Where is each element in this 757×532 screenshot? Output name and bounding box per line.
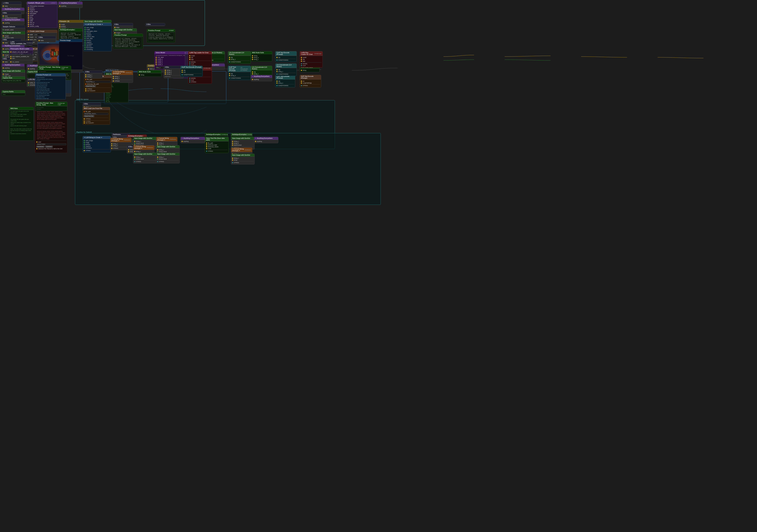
node-llm-bottom-red: llmfatigueExemplar.i Import Pack abstrac…: [35, 107, 67, 153]
svg-rect-4: [51, 49, 55, 51]
node-header-llm-string: ✦ LLM String to Create ✦: [83, 23, 111, 26]
node-clip-top-right: CLIP Text Encode (Prompt) clip text COND…: [180, 66, 203, 76]
fatigue-text-1[interactable]: abstract art drawing, vibrant, colorful,…: [60, 32, 81, 40]
node-header-lfs-pipeline: llmfatigueExemplar.i ComfyLogic: [231, 133, 252, 136]
node-gup-stat: GUP Stat Encode (Orange) src LongPathEdg…: [300, 75, 321, 87]
node-header-lora-tag-2: LoRA Tag Loader for Civai: [188, 51, 212, 54]
node-header-save-1: Save Image with GenOut: [2, 32, 25, 34]
node-header-save-far-bottom: Save Image with GenOut: [231, 137, 255, 140]
node-clip-extreme: CLIP Text Encode (Prompt) clip string_a …: [275, 75, 295, 87]
node-header-caption: Caption Note: [2, 76, 25, 79]
node-header-save-extreme-bottom: Save Image with GenOut: [231, 154, 255, 157]
node-clip-right-ext1: CLIP Text Encode (Prompt) clip CONDITION…: [275, 51, 297, 62]
node-header-sampler: Sampler Selector: [2, 25, 25, 28]
node-lora-reg-right: LoRA Reg Loader for Civai ComfyLogic mod…: [300, 51, 323, 68]
node-header-0bits-bottom: 0 Bits: [83, 103, 101, 105]
node-header-select-model: Select Model: [155, 51, 185, 54]
node-prim-suite-bottom: Primitive Prompt - New String - Suite Co…: [35, 102, 67, 111]
node-ae-pipeline-bottom: Anything Everywhere anything: [180, 137, 205, 143]
node-save-final-1: Save Image with GenOut String_1 String L…: [133, 153, 157, 163]
node-header-0bits-small-1: 0 Bits: [84, 71, 102, 73]
node-header-concat-pipe-right: ✦ Concat String (Orange) ✦ PathNodes: [156, 137, 177, 141]
seed-input-bottom[interactable]: [36, 143, 66, 145]
node-header-philosophic: Philosophic Model Loader: [9, 47, 33, 50]
node-header-save-3: Save Image with GenOut: [2, 70, 25, 73]
node-header-ksampler: KSampler: [0]: [58, 20, 86, 23]
node-header-prim-new: Primitive Prompt - New String - Proto Co…: [38, 66, 71, 70]
node-header-ae-top: Anything Everywhere: [58, 2, 82, 4]
node-header-concat-extreme: ✦ Concat String (Orange) ✦ PathNodes: [231, 148, 252, 152]
node-header-was-far: WAS Node Suite: [138, 71, 161, 73]
node-header-concat-final: ✦ Concat String (Orange) ✦ PathNodes: [133, 145, 154, 150]
node-was-far-right: WAS Node Suite String string_b string_c: [251, 51, 272, 61]
was-pipeline-path[interactable]: [84, 113, 108, 115]
node-primitive-prompt-large: Primitive Prompt abstract art drawing, v…: [113, 34, 143, 49]
node-header-clip-ext1: CLIP Text Encode (Prompt): [275, 51, 296, 56]
node-header-0bits-genout: 0 Bits: [145, 23, 165, 26]
node-preview-prompt-list: Preview Prompt List Content Numbers Load…: [35, 74, 66, 99]
node-anything-everywhere-2: Anything Everywhere anything: [2, 18, 24, 25]
node-header-ae-far-right: Anything Everywhere: [251, 75, 272, 78]
select-model-1[interactable]: [156, 67, 165, 69]
node-ae-extreme-bottom: Anything Everywhere anything: [254, 137, 278, 143]
node-caption-note: Caption Note Sorry, forget the pony afte…: [2, 76, 25, 83]
node-header-llm-fatigue-1: llmfatigueExemplar.i: [59, 28, 82, 31]
node-header-prim-suite-bottom: Primitive Prompt - New String - Suite Co…: [35, 102, 67, 106]
node-header-0bits-1: 0 Bits: [2, 2, 21, 4]
was-pipeline-btn[interactable]: Read From File: [84, 115, 94, 117]
node-header-ae-extreme: Anything Everywhere: [254, 137, 278, 140]
primitive-prompt-text[interactable]: abstract art drawing, vibrant, colorful,…: [114, 37, 142, 48]
node-llm-fatigue-1: llmfatigueExemplar.i abstract art drawin…: [59, 28, 82, 41]
node-header-save-pipe-2: Save Image with GenOut: [156, 145, 180, 148]
node-header-concat-1: ✦ Concat String (Orange) ✦ PathNodes: [112, 71, 133, 75]
node-header-llm-far-right: llmfatigueExemplar.i ComfyLogic: [205, 133, 228, 136]
node-lora-tag-2: LoRA Tag Loader for Civai model clip tag…: [188, 51, 212, 68]
node-0bits-preview: 0 Bits Make: [38, 36, 56, 42]
svg-point-2: [45, 53, 50, 58]
node-header-lora-range: LoRA Hybird_available_line ComfyLogic: [9, 41, 33, 45]
node-clip-right-ext2: Lfs Concatenate (1.0 Nodes) clip string_…: [275, 63, 297, 76]
node-header-pbnple: ComfyUI_PBnple_plus LARGE T: [27, 2, 57, 4]
node-header-ae1: Anything Everywhere: [2, 8, 24, 11]
image-preview-2: No Image: [59, 42, 82, 70]
node-header-clip-top-right: CLIP Text Encode (Prompt): [181, 66, 202, 69]
node-header-lfs-right: Lfs Concatenate (1.0 Nodes): [251, 66, 272, 70]
node-save-extreme-bottom: Save Image with GenOut String_1 string S…: [231, 154, 255, 164]
node-llm-string-create: ✦ LLM String to Create ✦ save_image imag…: [83, 23, 112, 51]
node-header-was-pipeline: WAS Load Line From File: [83, 107, 109, 110]
was-load-btn[interactable]: Read From File: [85, 85, 96, 87]
node-header-llm-string-bottom: ✦ LLM String to Create ✦: [83, 136, 111, 139]
increment-btn[interactable]: Increment: [45, 146, 53, 148]
node-header-was-far-right: WAS Node Suite: [251, 51, 272, 54]
node-header-cypress: Cypress Ruffin: [2, 90, 25, 93]
was-file-path-1[interactable]: [85, 81, 110, 83]
node-header-0bits-save: 0 Bits: [113, 23, 133, 26]
llm-result-text[interactable]: abstract art drawing, vibrant, colorful,…: [148, 33, 174, 42]
node-anything-everywhere-4: Anything Everywhere anything: [2, 63, 24, 70]
node-header-llm-result: Primitive Prompt STORET: [147, 29, 175, 32]
latent-width[interactable]: [34, 34, 41, 36]
node-comfyui-pbnple: ComfyUI_PBnple_plus LARGE T Philosophies…: [27, 2, 57, 28]
node-header-ae-pipe-bottom: Anything Everywhere: [181, 137, 205, 140]
node-llm-string-bottom: ✦ LLM String to Create ✦ save_image imag…: [82, 136, 111, 152]
node-open-text-file: Open Text File (Save data path) file_pat…: [205, 137, 228, 153]
node-header-lora-reg-right: LoRA Reg Loader for Civai ComfyLogic: [300, 51, 322, 56]
node-header-ae4: Anything Everywhere: [2, 64, 24, 66]
node-header-save-final-1: Save Image with GenOut: [133, 153, 157, 156]
node-llm-result: Primitive Prompt STORET abstract art dra…: [147, 29, 175, 43]
node-clip-encode-1: CLIP Text Encode (Prompt) Lfs Concatenat…: [228, 66, 251, 80]
node-was-suite-far: WAS Node Suite String: [137, 70, 161, 77]
node-anything-everywhere-top: Anything Everywhere anything: [58, 2, 82, 8]
randomize-btn[interactable]: Randomize: [36, 146, 45, 148]
node-header-was-note-bottom: WAS Note: [9, 107, 34, 110]
node-concat-string-1: ✦ Concat String (Orange) ✦ PathNodes str…: [112, 70, 133, 83]
node-header-open-text: Open Text File (Save data path): [205, 137, 228, 141]
node-header-preview-2: Preview Image: [59, 39, 82, 42]
node-philosophic-model: Philosophic Model Loader adapter_one_adj…: [9, 47, 33, 54]
node-was-load-pipeline: WAS Load Line From File file_path Read F…: [82, 107, 109, 121]
node-header-clip-ext2: Lfs Concatenate (1.0 Nodes): [275, 64, 296, 68]
node-header-ae2: Anything Everywhere: [2, 18, 24, 21]
node-header-save-final-2: Save Image with GenOut: [156, 153, 180, 156]
node-save-genout-central: Save Image with GenOut: [83, 20, 112, 23]
node-header-primitive-prompt: Primitive Prompt: [113, 34, 143, 37]
